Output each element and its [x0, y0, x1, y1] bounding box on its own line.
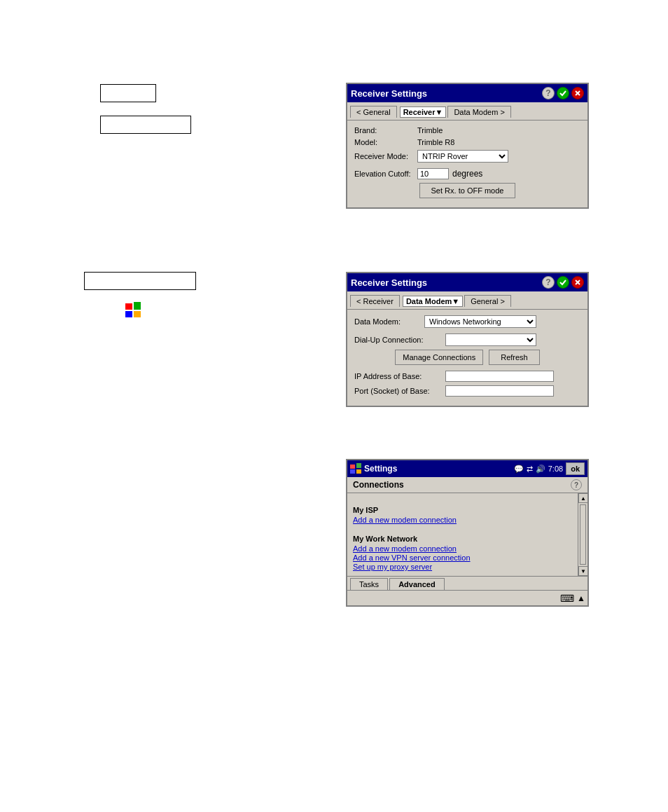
left-box-1: [100, 84, 156, 102]
dialog2-tab-bar: < Receiver Data Modem ▼ General >: [347, 291, 587, 310]
tasks-tab[interactable]: Tasks: [350, 578, 388, 590]
time-display: 7:08: [548, 465, 563, 473]
chat-icon: 💬: [514, 465, 524, 474]
dial-up-select[interactable]: [445, 333, 536, 346]
connections-help-icon[interactable]: ?: [571, 479, 582, 490]
receiver-settings-dialog-2: Receiver Settings ? < Receiver Data Mode…: [346, 272, 589, 407]
dialog1-title: Receiver Settings: [351, 88, 427, 99]
svg-rect-0: [125, 303, 132, 310]
set-rx-button[interactable]: Set Rx. to OFF mode: [419, 183, 516, 198]
my-isp-title: My ISP: [353, 506, 572, 514]
dialog1-tab-bar: < General Receiver ▼ Data Modem >: [347, 102, 587, 121]
dialog2-titlebar-buttons: ?: [542, 276, 584, 289]
my-work-network-title: My Work Network: [353, 535, 572, 543]
data-modem-next-tab[interactable]: Data Modem >: [447, 106, 510, 118]
dialog2-titlebar: Receiver Settings ?: [347, 273, 587, 291]
svg-rect-11: [356, 469, 361, 474]
left-box-3: [84, 272, 196, 290]
connections-buttons-row: Manage Connections Refresh: [354, 350, 580, 365]
svg-rect-9: [356, 463, 361, 468]
scrollbar-down-arrow[interactable]: ▼: [578, 566, 588, 576]
dialog2-content: Data Modem: Windows Networking Dial-Up C…: [347, 310, 587, 406]
model-label: Model:: [354, 138, 417, 146]
general-prev-tab[interactable]: < General: [350, 106, 397, 118]
ip-address-input[interactable]: [445, 371, 554, 382]
dialog1-content: Brand: Trimble Model: Trimble R8 Receive…: [347, 121, 587, 207]
advanced-tab[interactable]: Advanced: [389, 578, 445, 590]
general-next-tab[interactable]: General >: [464, 295, 511, 307]
svg-rect-3: [134, 311, 141, 317]
port-label: Port (Socket) of Base:: [354, 387, 445, 395]
connections-scroll-content: My ISP Add a new modem connection My Wor…: [347, 493, 578, 576]
close-button[interactable]: [571, 87, 584, 99]
wince-taskbar: ⌨ ▲: [347, 590, 587, 605]
wince-ok-button[interactable]: ok: [566, 462, 585, 475]
connections-scrollbar[interactable]: ▲ ▼: [578, 493, 587, 576]
svg-rect-1: [134, 302, 141, 310]
port-row: Port (Socket) of Base:: [354, 385, 580, 397]
wince-status-icons: 💬 ⇄ 🔊 7:08 ok: [514, 462, 585, 475]
dialog2-title: Receiver Settings: [351, 277, 427, 288]
ok-button[interactable]: [557, 87, 569, 99]
dialog1-titlebar: Receiver Settings ?: [347, 84, 587, 102]
dial-up-row: Dial-Up Connection:: [354, 333, 580, 346]
help-button[interactable]: ?: [542, 87, 555, 99]
receiver-mode-label: Receiver Mode:: [354, 152, 417, 160]
svg-rect-8: [350, 465, 355, 469]
data-modem-select[interactable]: Windows Networking: [424, 315, 536, 328]
elevation-cutoff-label: Elevation Cutoff:: [354, 170, 417, 178]
receiver-settings-dialog-1: Receiver Settings ? < General Receiver ▼…: [346, 83, 589, 209]
my-work-add-vpn-link[interactable]: Add a new VPN server connection: [353, 553, 572, 562]
manage-connections-button[interactable]: Manage Connections: [395, 350, 483, 365]
receiver-mode-select[interactable]: NTRIP Rover: [417, 150, 508, 163]
connections-header: Connections ?: [347, 477, 587, 493]
data-modem-row: Data Modem: Windows Networking: [354, 315, 580, 328]
wince-tab-bar: Tasks Advanced: [347, 576, 587, 590]
refresh-button[interactable]: Refresh: [489, 350, 540, 365]
dialog2-close-button[interactable]: [571, 276, 584, 289]
left-box-2: [100, 116, 191, 134]
model-value: Trimble R8: [417, 138, 454, 146]
receiver-mode-row: Receiver Mode: NTRIP Rover: [354, 150, 580, 163]
my-work-proxy-link[interactable]: Set up my proxy server: [353, 563, 572, 571]
network-icon: ⇄: [527, 465, 533, 474]
degrees-label: degrees: [452, 169, 482, 179]
connections-scroll-area: My ISP Add a new modem connection My Wor…: [347, 493, 587, 576]
connections-header-title: Connections: [353, 480, 404, 490]
keyboard-icon[interactable]: ⌨: [560, 593, 574, 604]
svg-rect-2: [125, 311, 132, 317]
data-modem-label: Data Modem:: [354, 317, 424, 326]
wince-titlebar: Settings 💬 ⇄ 🔊 7:08 ok: [347, 460, 587, 477]
port-input[interactable]: [445, 385, 554, 397]
taskbar-arrow-up[interactable]: ▲: [577, 593, 585, 603]
volume-icon: 🔊: [536, 465, 545, 474]
svg-rect-10: [350, 469, 355, 474]
model-row: Model: Trimble R8: [354, 138, 580, 146]
data-modem-tab-dropdown[interactable]: Data Modem ▼: [403, 296, 463, 307]
my-isp-add-modem-link[interactable]: Add a new modem connection: [353, 516, 572, 524]
ip-address-label: IP Address of Base:: [354, 372, 445, 380]
my-work-add-modem-link[interactable]: Add a new modem connection: [353, 544, 572, 553]
brand-label: Brand:: [354, 126, 417, 135]
titlebar-buttons: ?: [542, 87, 584, 99]
ip-address-row: IP Address of Base:: [354, 371, 580, 382]
set-rx-row: Set Rx. to OFF mode: [354, 183, 580, 198]
elevation-cutoff-input[interactable]: [417, 168, 449, 179]
receiver-prev-tab[interactable]: < Receiver: [350, 295, 400, 307]
dialog2-help-button[interactable]: ?: [542, 276, 555, 289]
wince-title-text: Settings: [364, 464, 397, 474]
wince-logo-icon: [350, 463, 361, 474]
receiver-tab-dropdown[interactable]: Receiver ▼: [400, 106, 447, 118]
scrollbar-thumb[interactable]: [580, 504, 586, 565]
brand-row: Brand: Trimble: [354, 126, 580, 135]
settings-dialog: Settings 💬 ⇄ 🔊 7:08 ok Connections ? My …: [346, 459, 589, 607]
scrollbar-up-arrow[interactable]: ▲: [578, 493, 588, 503]
dial-up-label: Dial-Up Connection:: [354, 336, 445, 344]
windows-logo: [125, 301, 141, 318]
brand-value: Trimble: [417, 126, 443, 135]
dialog2-ok-button[interactable]: [557, 276, 569, 289]
wince-title-left: Settings: [350, 463, 397, 474]
elevation-cutoff-row: Elevation Cutoff: degrees: [354, 168, 580, 179]
